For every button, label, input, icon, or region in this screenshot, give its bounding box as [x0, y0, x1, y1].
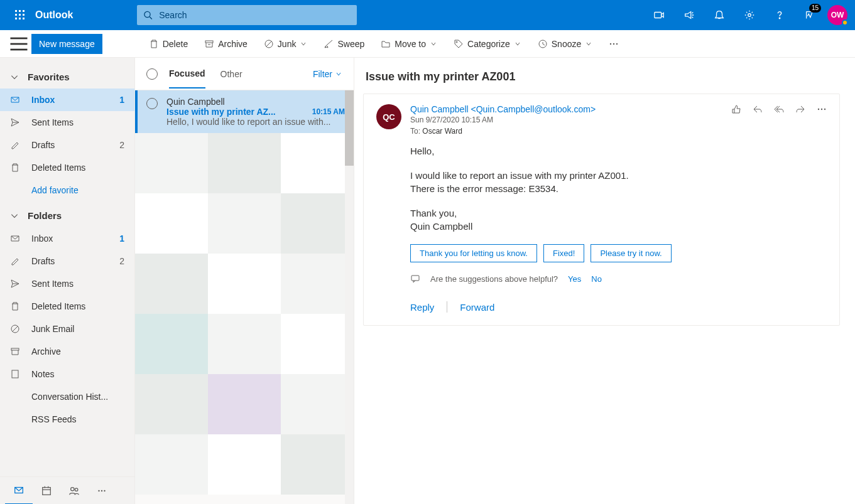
new-message-button[interactable]: New message [31, 34, 102, 54]
reading-pane: Issue with my printer AZ001 QC Quin Camp… [354, 58, 855, 504]
svg-rect-1 [19, 10, 21, 12]
select-all-checkbox[interactable] [146, 68, 158, 80]
favorites-section[interactable]: Favorites [0, 63, 134, 88]
reply-all-icon[interactable] [774, 104, 784, 114]
svg-point-41 [824, 109, 825, 110]
message-item[interactable]: Quin Campbell Issue with my printer AZ..… [135, 90, 354, 133]
svg-point-20 [456, 41, 457, 43]
sidebar-folder-drafts[interactable]: Drafts 2 [0, 250, 134, 272]
sidebar-folder-rss[interactable]: RSS Feeds [0, 408, 134, 431]
sidebar-item-deleted[interactable]: Deleted Items [0, 156, 134, 179]
forward-icon[interactable] [795, 104, 805, 114]
settings-icon[interactable] [734, 0, 765, 30]
sender-avatar[interactable]: QC [376, 104, 401, 129]
more-nav-icon[interactable] [88, 477, 116, 505]
sent-icon [10, 279, 20, 289]
filter-button[interactable]: Filter [313, 69, 342, 79]
email-body: Hello, I would like to report an issue w… [410, 144, 827, 233]
activity-icon[interactable]: 15 [795, 0, 825, 30]
svg-rect-7 [19, 18, 21, 19]
tab-focused[interactable]: Focused [169, 60, 205, 88]
sidebar-folder-conversation-history[interactable]: Conversation Hist... [0, 385, 134, 408]
chevron-down-icon [10, 212, 19, 220]
message-subject: Issue with my printer AZ... [166, 107, 307, 117]
calendar-nav-icon[interactable] [33, 477, 60, 505]
svg-point-40 [821, 109, 822, 110]
trash-icon [149, 39, 159, 49]
sidebar-item-drafts[interactable]: Drafts 2 [0, 134, 134, 156]
feedback-yes[interactable]: Yes [568, 274, 581, 284]
svg-line-10 [150, 17, 153, 19]
mail-nav-icon[interactable] [5, 477, 33, 505]
junk-button[interactable]: Junk [258, 34, 314, 54]
email-date: Sun 9/27/2020 10:15 AM [410, 115, 731, 124]
more-button[interactable] [602, 34, 629, 54]
svg-rect-42 [411, 276, 419, 281]
scrollbar[interactable] [345, 90, 354, 504]
suggested-reply-3[interactable]: Please try it now. [591, 244, 671, 262]
more-icon [609, 39, 619, 49]
trash-icon [10, 163, 20, 173]
sidebar-folder-notes[interactable]: Notes [0, 363, 134, 385]
app-header: Outlook 15 OW [0, 0, 855, 30]
categorize-button[interactable]: Categorize [447, 34, 528, 54]
svg-point-34 [71, 487, 74, 490]
suggested-reply-1[interactable]: Thank you for letting us know. [410, 244, 537, 262]
chevron-down-icon [300, 40, 307, 48]
hamburger-icon[interactable] [8, 33, 30, 55]
feedback-no[interactable]: No [591, 274, 602, 284]
svg-point-12 [748, 14, 751, 17]
svg-point-22 [610, 43, 611, 44]
people-nav-icon[interactable] [60, 477, 88, 505]
sidebar-bottom-nav [0, 476, 134, 504]
sent-icon [10, 117, 20, 127]
sender-name[interactable]: Quin Campbell <Quin.Campbell@outlook.com… [410, 104, 731, 114]
help-icon[interactable] [765, 0, 795, 30]
drafts-icon [10, 256, 20, 266]
archive-button[interactable]: Archive [198, 34, 254, 54]
sidebar-folder-archive[interactable]: Archive [0, 340, 134, 363]
sweep-button[interactable]: Sweep [317, 34, 371, 54]
delete-button[interactable]: Delete [143, 34, 194, 54]
whats-new-icon[interactable] [674, 0, 704, 30]
teams-call-icon[interactable] [644, 0, 674, 30]
sidebar-item-inbox[interactable]: Inbox 1 [0, 88, 134, 111]
svg-point-37 [101, 490, 102, 491]
folder-icon [381, 39, 391, 49]
move-to-button[interactable]: Move to [374, 34, 444, 54]
message-time: 10:15 AM [312, 107, 345, 116]
folders-section[interactable]: Folders [0, 201, 134, 227]
svg-point-35 [75, 488, 78, 491]
reply-link[interactable]: Reply [410, 302, 434, 313]
tab-other[interactable]: Other [221, 60, 242, 88]
svg-point-23 [613, 43, 614, 44]
presence-indicator [842, 19, 848, 26]
sidebar-item-sent[interactable]: Sent Items [0, 111, 134, 134]
avatar-initials: OW [831, 11, 844, 19]
like-icon[interactable] [731, 104, 741, 114]
inbox-icon [10, 233, 20, 244]
forward-link[interactable]: Forward [460, 302, 494, 313]
suggested-reply-2[interactable]: Fixed! [543, 244, 584, 262]
message-select-checkbox[interactable] [146, 98, 158, 109]
notifications-icon[interactable] [704, 0, 734, 30]
svg-point-38 [104, 490, 105, 491]
search-input[interactable] [159, 10, 351, 20]
search-box[interactable] [137, 5, 357, 25]
junk-icon [10, 324, 20, 334]
svg-point-9 [144, 11, 150, 17]
svg-rect-27 [11, 348, 19, 350]
sidebar-folder-junk[interactable]: Junk Email [0, 318, 134, 340]
app-launcher-icon[interactable] [5, 0, 35, 30]
user-avatar[interactable]: OW [827, 5, 847, 25]
sidebar-folder-inbox[interactable]: Inbox 1 [0, 227, 134, 250]
sidebar-folder-sent[interactable]: Sent Items [0, 272, 134, 295]
more-icon[interactable] [817, 104, 827, 114]
add-favorite-link[interactable]: Add favorite [0, 179, 134, 201]
reply-icon[interactable] [753, 104, 763, 114]
svg-rect-2 [23, 10, 25, 12]
svg-rect-30 [43, 487, 51, 495]
sidebar-folder-deleted[interactable]: Deleted Items [0, 295, 134, 318]
message-preview: Hello, I would like to report an issue w… [166, 117, 345, 127]
snooze-button[interactable]: Snooze [531, 34, 599, 54]
